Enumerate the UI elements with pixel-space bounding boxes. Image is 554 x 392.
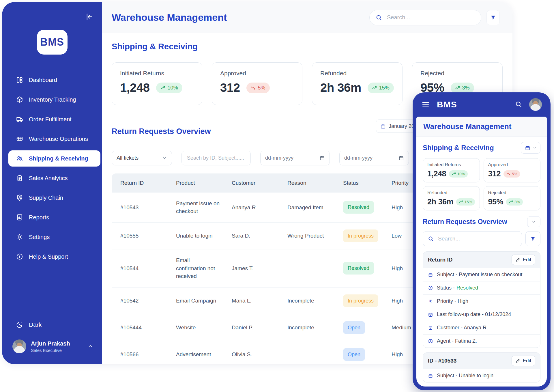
cell-return-id: #10543: [112, 192, 168, 222]
cell-return-id: #10555: [112, 222, 168, 249]
funnel-icon: [490, 14, 496, 21]
ticket-card: ID - #10533EditSubject - Unable to login: [423, 352, 540, 382]
user-name: Arjun Prakash: [31, 340, 70, 347]
sidebar-item-reports[interactable]: Reports: [8, 209, 96, 225]
cell-product: Advertisement: [168, 341, 223, 364]
column-header: Product: [168, 174, 223, 193]
detail-text: Subject - Unable to login: [437, 373, 493, 379]
status-badge: In progress: [343, 229, 378, 242]
mobile-overview-row: Return Requests Overview: [423, 216, 540, 227]
vehicle-icon: [16, 135, 23, 143]
date-from-picker[interactable]: dd-mm-yyyy: [260, 151, 330, 165]
stat-label: Approved: [488, 162, 536, 167]
cell-return-id: #10544: [112, 249, 168, 288]
search-input[interactable]: [386, 14, 475, 21]
people-icon: [16, 155, 23, 162]
cell-product: Email confirmation not received: [168, 249, 223, 288]
detail-row: Status -Resolved: [423, 281, 540, 294]
stat-label: Refunded: [427, 190, 475, 195]
sidebar-item-label: Dashboard: [29, 77, 57, 83]
trend-down-icon: [506, 172, 510, 176]
mobile-app-window: BMS Warehouse Management Shipping & Rece…: [413, 92, 551, 390]
building-icon: [428, 272, 433, 277]
cell-reason: —: [279, 341, 335, 364]
menu-button[interactable]: [421, 100, 430, 109]
clock-icon: [428, 285, 433, 291]
sidebar-item-settings[interactable]: Settings: [8, 229, 96, 245]
sidebar-item-label: Settings: [29, 234, 50, 240]
sidebar-item-shipping-receiving[interactable]: Shipping & Receiving: [8, 150, 100, 167]
detail-text: Last follow-up date - 01/12/2024: [437, 311, 511, 318]
mobile-date-filter-button[interactable]: [521, 142, 540, 154]
mobile-search-button[interactable]: [515, 100, 522, 109]
trend-badge: 15%: [456, 198, 475, 206]
ticket-filter-select[interactable]: All tickets: [112, 151, 172, 165]
cell-customer: Maria L.: [223, 287, 279, 314]
cell-status: In progress: [335, 287, 390, 314]
mobile-avatar[interactable]: [529, 98, 542, 111]
stat-value: 312: [220, 81, 240, 95]
report-icon: [16, 214, 23, 221]
calendar-badge-icon: [428, 312, 433, 317]
sidebar-item-label: Warehouse Operations: [29, 136, 88, 142]
trend-value: 3%: [514, 200, 520, 204]
mobile-search-input[interactable]: [437, 235, 517, 242]
clipboard-icon: [16, 174, 23, 182]
trend-badge: 3%: [451, 83, 474, 93]
trend-up-icon: [455, 86, 460, 90]
column-header: Return ID: [112, 174, 168, 193]
user-profile[interactable]: Arjun Prakash Sales Executive: [11, 339, 93, 353]
detail-row: Last follow-up date - 01/12/2024: [423, 308, 540, 321]
edit-button[interactable]: Edit: [512, 255, 535, 265]
edit-label: Edit: [523, 358, 531, 364]
sidebar-item-label: Shipping & Receiving: [29, 155, 88, 162]
stat-value-row: 2h 36m15%: [427, 197, 475, 206]
app-logo-text: BMS: [40, 36, 64, 48]
sidebar-item-warehouse-operations[interactable]: Warehouse Operations: [8, 131, 96, 147]
trend-up-icon: [509, 200, 513, 204]
detail-accent: Resolved: [456, 285, 478, 291]
date-to-value: dd-mm-yyyy: [344, 155, 373, 161]
sidebar-item-order-fulfillment[interactable]: Order Fulfillment: [8, 111, 96, 127]
collapse-left-icon: [85, 12, 93, 21]
hamburger-icon: [421, 100, 430, 109]
sidebar-item-inventory-tracking[interactable]: Inventory Tracking: [8, 92, 96, 108]
stat-value-row: 95%3%: [488, 197, 536, 206]
date-to-picker[interactable]: dd-mm-yyyy: [339, 151, 409, 165]
table-search-input[interactable]: [186, 155, 246, 161]
stat-value-row: 1,24810%: [427, 169, 475, 178]
detail-text: Agent - Fatima Z.: [437, 338, 477, 344]
mobile-collapse-button[interactable]: [527, 216, 540, 227]
truck-icon: [16, 115, 23, 123]
detail-text: Customer - Ananya R.: [437, 325, 488, 331]
sidebar-item-supply-chain[interactable]: Supply Chain: [8, 190, 96, 206]
trend-value: 5%: [512, 172, 517, 176]
cell-status: In progress: [335, 222, 390, 249]
mobile-filter-button[interactable]: [525, 231, 540, 246]
sidebar-item-sales-analytics[interactable]: Sales Analytics: [8, 170, 96, 186]
filter-button[interactable]: [486, 10, 500, 25]
package-icon: [16, 96, 23, 103]
sidebar-item-dashboard[interactable]: Dashboard: [8, 72, 96, 88]
cell-product: Payment issue on checkout: [168, 192, 223, 222]
building-icon: [428, 373, 433, 378]
sidebar-item-help-support[interactable]: Help & Support: [8, 249, 96, 265]
sidebar: BMS DashboardInventory TrackingOrder Ful…: [2, 2, 102, 364]
dark-mode-toggle[interactable]: Dark: [11, 321, 93, 328]
edit-button[interactable]: Edit: [512, 356, 535, 366]
sidebar-collapse-button[interactable]: [84, 12, 94, 22]
sidebar-item-label: Reports: [29, 214, 49, 221]
stat-label: Rejected: [420, 70, 494, 77]
stat-value: 1,248: [427, 169, 446, 178]
stat-label: Refunded: [320, 70, 394, 77]
stat-card: Refunded2h 36m15%: [312, 62, 403, 105]
trend-value: 15%: [379, 85, 390, 91]
ticket-card-title: ID - #10533: [428, 358, 456, 364]
stat-card: Rejected95%3%: [484, 186, 541, 210]
shield-user-icon: [16, 194, 23, 201]
chevron-down-icon: [533, 146, 537, 150]
mobile-cards: Return IDEditSubject - Payment issue on …: [423, 251, 540, 382]
cell-customer: Sara D.: [223, 222, 279, 249]
stat-card: Initiated Returns1,24810%: [423, 158, 480, 182]
stat-card: Initiated Returns1,24810%: [112, 62, 202, 105]
